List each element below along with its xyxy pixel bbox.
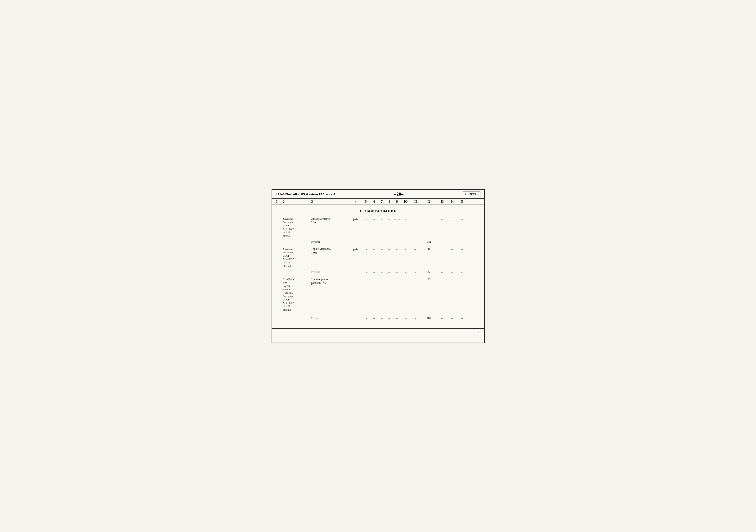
page-header: ТП–409–28–053.89 Альбом I3 Часть 4 –28– … [272, 190, 484, 199]
g1-c13: – [437, 217, 447, 221]
g1-c14: –̈ [447, 217, 457, 221]
group-3: СНиП 4IУ том I стр.33 техн.ч. и указан. … [276, 278, 480, 320]
itogo3-c7: – [378, 316, 386, 320]
g1-c9: – ·– [393, 217, 401, 221]
g2-c5: – [363, 247, 370, 251]
g3-c10: – [401, 278, 411, 281]
col-header-11: II [411, 200, 421, 203]
g3-c13: – [437, 278, 447, 281]
itogo3-label: Итого: [311, 316, 349, 320]
col-header-6: 6 [370, 200, 378, 203]
itogo3-c14: – [447, 316, 457, 320]
g1-c15: – [457, 217, 467, 221]
itogo1-c13: – · [437, 240, 447, 244]
itogo1-c11: – · [411, 240, 421, 244]
itogo-row-3: Итого: – – – – – – – 782 – – – [276, 316, 480, 320]
document-page: ТП–409–28–053.89 Альбом I3 Часть 4 –28– … [272, 189, 485, 343]
itogo2-c14: –· [447, 270, 457, 274]
itogo1-c12: 75I [421, 240, 437, 244]
page-footer: ⌐ ⌐ [272, 329, 484, 335]
itogo1-c10: – [401, 240, 411, 244]
footer-left: ⌐ [276, 330, 278, 334]
itogo2-c13: – [437, 270, 447, 274]
itogo3-c12: 782 [421, 316, 437, 320]
footer-right: ⌐ [478, 330, 480, 334]
g3-c5: – [363, 278, 370, 281]
desc-g1: Запасные части 2 % [311, 217, 349, 225]
itogo2-c5: – [363, 270, 370, 274]
itogo-row-2: · Итого: – – – – – – – 759 – –· –· [276, 270, 480, 274]
g2-c14: – [447, 247, 457, 251]
itogo2-c10: – [401, 270, 411, 274]
col-header-3: 3 [311, 200, 349, 203]
itogo1-c9: – [393, 240, 401, 244]
page-number: –28– [394, 192, 404, 197]
data-row-1: Указания Госстроя СССР № 4–3097 от 4.I2.… [276, 217, 480, 237]
data-row-3: СНиП 4IУ том I стр.33 техн.ч. и указан. … [276, 278, 480, 311]
col-header-10: IO [401, 200, 411, 203]
g3-c8: – [386, 278, 393, 281]
g1-c6: – [370, 217, 378, 221]
page-content: I. ОБОРУДОВАНИЕ Указания Госстроя СССР №… [272, 205, 484, 326]
data-row-2: Указания Госстроя СССР № 4–3097 от 4.I2.… [276, 247, 480, 268]
itogo3-c8: – [386, 316, 393, 320]
itogo3-c6: – [370, 316, 378, 320]
col-header-5: 5 · [363, 200, 370, 203]
g2-c11: – · [411, 247, 421, 251]
itogo3-c13: – [437, 316, 447, 320]
col-header-12: I2 [421, 200, 437, 203]
ref-g1: Указания Госстроя СССР № 4–3097 от 4.I2.… [283, 217, 311, 237]
col-header-8: 8 [386, 200, 393, 203]
itogo2-c12: 759 [421, 270, 437, 274]
itogo2-c6: – [370, 270, 378, 274]
ref-g3: СНиП 4IУ том I стр.33 техн.ч. и указан. … [283, 278, 311, 311]
itogo1-c15: • [457, 240, 467, 244]
col-header-4: 4 [349, 200, 363, 203]
col-header-14: I4 [447, 200, 457, 203]
g2-c8: – [386, 247, 393, 251]
column-headers: I 2 3 4 5 · 6 7 8 9 IO II I2 I3 I4 I5 [272, 199, 484, 205]
unit-g1: руб. [349, 217, 363, 221]
unit-g2: руб. [349, 247, 363, 251]
group-2: Указания Госстроя СССР № 4–3097 от 4.I2.… [276, 247, 480, 274]
document-title: ТП–409–28–053.89 Альбом I3 Часть 4 [276, 192, 335, 196]
col-header-2: 2 [283, 200, 311, 203]
col-header-7: 7 [378, 200, 386, 203]
g2-c6: –· [370, 247, 378, 251]
itogo3-c9: – [393, 316, 401, 320]
g3-c14: – [447, 278, 457, 281]
itogo1-c8: – [386, 240, 393, 244]
g2-c7: – [378, 247, 386, 251]
col-header-15: I5 [457, 200, 467, 203]
g2-c10: –· [401, 247, 411, 251]
g3-c15: – [457, 278, 467, 281]
document-number: 10288/17 [463, 192, 480, 197]
ref-g2: Указания Госстроя СССР № 4–3097 от 4.I2.… [283, 247, 311, 268]
g2-c15: – [457, 247, 467, 251]
g3-c12: 23 [421, 278, 437, 281]
itogo3-c10: – [401, 316, 411, 320]
itogo2-c11: – [411, 270, 421, 274]
itogo1-c5: – [363, 240, 370, 244]
itogo2-c15: –· [457, 270, 467, 274]
col-header-13: I3 [437, 200, 447, 203]
itogo2-c1: · [276, 270, 283, 274]
g3-c6: – [370, 278, 378, 281]
g1-c12: I5 [421, 217, 437, 221]
col-header-1: I [276, 200, 283, 203]
itogo1-c14: – [447, 240, 457, 244]
desc-g2: Тара и упаковка 1,0% [311, 247, 349, 254]
itogo2-c7: – [378, 270, 386, 274]
g1-c5: – [363, 217, 370, 221]
itogo2-label: Итого: [311, 270, 349, 274]
section-title: I. ОБОРУДОВАНИЕ [276, 209, 480, 213]
itogo3-c11: – [411, 316, 421, 320]
g3-c7: – [378, 278, 386, 281]
g2-c13: –̈ [437, 247, 447, 251]
g2-c9: –· [393, 247, 401, 251]
col-header-9: 9 [393, 200, 401, 203]
g1-c8: – [386, 217, 393, 221]
itogo3-c15: – [457, 316, 467, 320]
itogo1-label: Итого: [311, 240, 349, 244]
group-1: Указания Госстроя СССР № 4–3097 от 4.I2.… [276, 217, 480, 244]
